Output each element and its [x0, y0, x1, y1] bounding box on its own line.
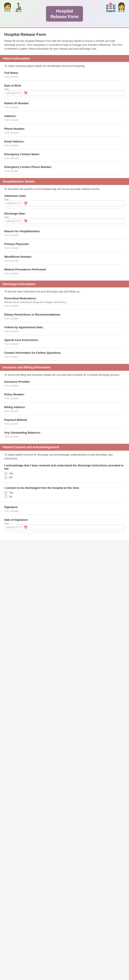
field-discharge-date: Discharge Date: Date MM/DD/YYYY 📅 [4, 212, 125, 226]
field-emergency-contact-phone: Emergency Contact Phone Number: Your ans… [4, 165, 125, 175]
label-discharge-date: Discharge Date: [4, 212, 125, 215]
header-left-figures: 🧑‍⚕️👨‍🦽 [2, 2, 24, 12]
radio-acknowledge-yes[interactable]: Yes [4, 472, 125, 475]
field-reason-hospitalization: Reason for Hospitalization: Your answer [4, 230, 125, 239]
label-emergency-contact-name: Emergency Contact Name: [4, 153, 125, 156]
answer-payment-method[interactable]: Your answer [4, 422, 125, 425]
field-primary-physician: Primary Physician: Your answer [4, 242, 125, 252]
discharge-calendar-icon: 📅 [24, 220, 28, 223]
dob-format-label: Date [4, 88, 125, 91]
field-payment-method: Payment Method: Your answer [4, 418, 125, 428]
radio-circle-acknowledge-yes [4, 472, 7, 475]
answer-prescribed-medications[interactable]: Your answer [4, 304, 125, 307]
radio-label-acknowledge-yes: Yes [9, 472, 13, 475]
answer-followup-date[interactable]: Your answer [4, 330, 125, 333]
answer-full-name[interactable]: Your answer [4, 75, 125, 78]
section-header-hospitalization: Hospitalization Details [0, 178, 129, 185]
field-full-name: Full Name: Your answer [4, 71, 125, 81]
header-right-figures: 🏥👩‍⚕️ [105, 2, 127, 12]
discharge-date-placeholder: MM/DD/YYYY [6, 220, 23, 223]
label-phone: Phone Number: [4, 127, 125, 130]
field-insurance-provider: Insurance Provider: Your answer [4, 380, 125, 390]
answer-contact-further-questions[interactable]: Your answer [4, 355, 125, 358]
radio-acknowledge-no[interactable]: No [4, 476, 125, 479]
signature-date-input[interactable]: MM/DD/YYYY 📅 [4, 525, 125, 530]
label-full-name: Full Name: [4, 71, 125, 75]
section-desc-consent: To obtain patient consent for discharge … [4, 453, 125, 461]
radio-label-acknowledge-no: No [9, 476, 12, 479]
label-address: Address: [4, 115, 125, 118]
label-special-care: Special Care Instructions: [4, 338, 125, 342]
section-header-discharge-instructions: Discharge Instructions [0, 280, 129, 288]
admission-date-input[interactable]: MM/DD/YYYY 📅 [4, 201, 125, 206]
label-date-of-birth: Date of Birth [4, 84, 125, 87]
answer-dietary-restrictions[interactable]: Your answer [4, 317, 125, 320]
answer-reason-hospitalization[interactable]: Your answer [4, 234, 125, 237]
field-policy-number: Policy Number: Your answer [4, 393, 125, 402]
radio-circle-consent-yes [4, 491, 7, 494]
label-contact-further-questions: Contact Information for Further Question… [4, 351, 125, 354]
radio-label-consent-no: No [9, 495, 12, 498]
section-header-patient-info: Patient Information [0, 55, 129, 62]
dob-input[interactable]: MM/DD/YYYY 📅 [4, 91, 125, 96]
label-primary-physician: Primary Physician: [4, 242, 125, 246]
answer-policy-number[interactable]: Your answer [4, 397, 125, 400]
field-dietary-restrictions: Dietary Restrictions or Recommendations:… [4, 313, 125, 323]
answer-primary-physician[interactable]: Your answer [4, 247, 125, 250]
section-desc-hospitalization: To document the specifics of the hospita… [4, 187, 125, 191]
field-prescribed-medications: Prescribed Medications: (Please list all… [4, 297, 125, 310]
admission-date-placeholder: MM/DD/YYYY [6, 202, 23, 205]
label-patient-id: Patient ID Number: [4, 102, 125, 105]
radio-consent-yes[interactable]: Yes [4, 491, 125, 494]
field-date-of-birth: Date of Birth Date MM/DD/YYYY 📅 [4, 84, 125, 99]
field-ward-room: Ward/Room Number: Your answer [4, 255, 125, 264]
label-payment-method: Payment Method: [4, 418, 125, 422]
answer-insurance-provider[interactable]: Your answer [4, 384, 125, 387]
label-emergency-contact-phone: Emergency Contact Phone Number: [4, 165, 125, 169]
signature-date-placeholder: MM/DD/YYYY [6, 526, 23, 529]
dob-placeholder: MM/DD/YYYY [6, 92, 23, 95]
field-consent-discharge: I consent to be discharged from the hosp… [4, 486, 125, 502]
answer-special-care[interactable]: Your answer [4, 342, 125, 345]
label-reason-hospitalization: Reason for Hospitalization: [4, 230, 125, 233]
field-date-of-signature: Date of Signature: Date MM/DD/YYYY 📅 [4, 518, 125, 533]
label-date-of-signature: Date of Signature: [4, 518, 125, 522]
label-ward-room: Ward/Room Number: [4, 255, 125, 258]
label-dietary-restrictions: Dietary Restrictions or Recommendations: [4, 313, 125, 316]
label-policy-number: Policy Number: [4, 393, 125, 396]
answer-patient-id[interactable]: Your answer [4, 106, 125, 109]
field-contact-further-questions: Contact Information for Further Question… [4, 351, 125, 361]
answer-billing-address[interactable]: Your answer [4, 410, 125, 413]
label-email: Email Address: [4, 140, 125, 143]
section-desc-insurance: To ensure all billing and insurance deta… [4, 373, 125, 377]
section-desc-discharge-instructions: To provide clear instructions for post-d… [4, 290, 125, 293]
label-admission-date: Admission Date: [4, 194, 125, 197]
field-patient-id: Patient ID Number: Your answer [4, 102, 125, 111]
form-description: Please fill out this Hospital Release Fo… [4, 39, 125, 51]
signature-date-format: Date [4, 522, 125, 525]
answer-phone[interactable]: Your answer [4, 131, 125, 134]
answer-email[interactable]: Your answer [4, 144, 125, 147]
form-title: Hospital Release Form [4, 32, 125, 37]
radio-consent-no[interactable]: No [4, 495, 125, 498]
answer-signature[interactable]: Your answer [4, 509, 125, 512]
label-medical-procedures: Medical Procedures Performed: [4, 268, 125, 271]
signature-calendar-icon: 📅 [24, 526, 28, 529]
answer-emergency-contact-phone[interactable]: Your answer [4, 169, 125, 172]
label-billing-address: Billing Address: [4, 406, 125, 409]
answer-address[interactable]: Your answer [4, 118, 125, 121]
field-emergency-contact-name: Emergency Contact Name: Your answer [4, 153, 125, 162]
answer-outstanding-balances[interactable]: Your answer [4, 435, 125, 438]
answer-medical-procedures[interactable]: Your answer [4, 272, 125, 275]
section-header-consent: Patient Consent and Acknowledgement [0, 444, 129, 450]
radio-circle-acknowledge-no [4, 476, 7, 479]
sublabel-prescribed-medications: (Please list all medications along with … [4, 301, 125, 304]
field-address: Address: Your answer [4, 115, 125, 124]
discharge-date-format: Date [4, 216, 125, 218]
field-phone: Phone Number: Your answer [4, 127, 125, 137]
answer-ward-room[interactable]: Your answer [4, 259, 125, 262]
discharge-date-input[interactable]: MM/DD/YYYY 📅 [4, 218, 125, 224]
field-acknowledge-instructions: I acknowledge that I have received and u… [4, 464, 125, 483]
label-insurance-provider: Insurance Provider: [4, 380, 125, 383]
answer-emergency-contact-name[interactable]: Your answer [4, 157, 125, 160]
